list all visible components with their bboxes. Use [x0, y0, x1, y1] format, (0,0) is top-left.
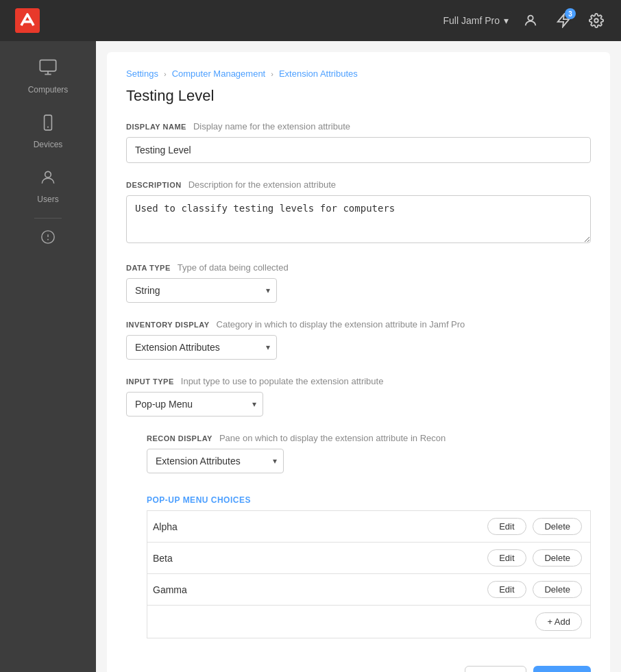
display-name-header: DISPLAY NAME Display name for the extens…	[126, 121, 591, 132]
sidebar-item-users[interactable]: Users	[0, 159, 96, 214]
app-logo[interactable]	[14, 7, 41, 34]
popup-choices-header: POP-UP MENU CHOICES	[147, 487, 591, 510]
display-name-section: DISPLAY NAME Display name for the extens…	[126, 121, 591, 163]
inventory-display-select-wrapper: Extension Attributes General Hardware Op…	[126, 335, 277, 360]
sidebar-item-computers[interactable]: Computers	[0, 48, 96, 104]
choice-row-gamma: Gamma Edit Delete	[147, 574, 591, 606]
cancel-button[interactable]: Cancel	[465, 666, 526, 672]
data-type-label: DATA TYPE	[126, 264, 171, 272]
breadcrumb-settings[interactable]: Settings	[126, 69, 158, 79]
choice-actions-gamma: Edit Delete	[278, 574, 590, 606]
recon-display-label: RECON DISPLAY	[147, 434, 212, 443]
description-header: DESCRIPTION Description for the extensio…	[126, 179, 591, 190]
notification-badge: 3	[565, 8, 576, 19]
choice-name-gamma: Gamma	[147, 574, 278, 606]
data-type-select-wrapper: String Integer Date ▾	[126, 278, 277, 303]
choice-row-beta: Beta Edit Delete	[147, 543, 591, 574]
description-hint: Description for the extension attribute	[188, 179, 336, 190]
choice-name-beta: Beta	[147, 543, 278, 574]
add-choice-button[interactable]: + Add	[535, 612, 582, 631]
recon-display-select-wrapper: Extension Attributes General Hardware Op…	[147, 449, 284, 473]
input-type-hint: Input type to use to populate the extens…	[181, 376, 384, 386]
inventory-display-section: INVENTORY DISPLAY Category in which to d…	[126, 319, 591, 360]
page-title: Testing Level	[126, 87, 591, 105]
recon-display-header: RECON DISPLAY Pane on which to display t…	[147, 433, 591, 443]
input-type-select[interactable]: Pop-up Menu Text Field Script	[126, 392, 263, 416]
svg-point-9	[45, 171, 51, 177]
choice-name-alpha: Alpha	[147, 511, 278, 543]
recon-display-hint: Pane on which to display the extension a…	[219, 433, 446, 443]
display-name-label: DISPLAY NAME	[126, 123, 186, 131]
delete-beta-button[interactable]: Delete	[533, 549, 582, 567]
data-type-header: DATA TYPE Type of data being collected	[126, 262, 591, 273]
product-label: Full Jamf Pro	[443, 15, 500, 26]
description-input[interactable]: Used to classify testing levels for comp…	[126, 195, 591, 243]
add-choice-cell: + Add	[147, 606, 591, 638]
edit-alpha-button[interactable]: Edit	[487, 518, 526, 535]
popup-choices-table: Alpha Edit Delete Beta Edit Delete	[147, 510, 591, 638]
inventory-display-select[interactable]: Extension Attributes General Hardware Op…	[126, 335, 277, 360]
computers-icon	[38, 58, 58, 81]
input-type-label: INPUT TYPE	[126, 377, 174, 386]
inventory-display-hint: Category in which to display the extensi…	[217, 319, 465, 329]
svg-point-3	[594, 18, 598, 23]
delete-alpha-button[interactable]: Delete	[533, 518, 582, 535]
input-type-select-wrapper: Pop-up Menu Text Field Script ▾	[126, 392, 263, 416]
nav-right: Full Jamf Pro ▾ 3	[443, 10, 607, 32]
main-layout: Computers Devices Users	[0, 41, 621, 672]
delete-gamma-button[interactable]: Delete	[533, 581, 582, 598]
display-name-input[interactable]	[126, 137, 591, 163]
display-name-hint: Display name for the extension attribute	[193, 121, 350, 132]
data-type-section: DATA TYPE Type of data being collected S…	[126, 262, 591, 303]
edit-beta-button[interactable]: Edit	[487, 549, 526, 567]
recon-display-select[interactable]: Extension Attributes General Hardware Op…	[147, 449, 284, 473]
input-type-header: INPUT TYPE Input type to use to populate…	[126, 376, 591, 386]
add-choice-row: + Add	[147, 606, 591, 638]
recon-display-section: RECON DISPLAY Pane on which to display t…	[147, 433, 591, 638]
choice-actions-beta: Edit Delete	[278, 543, 590, 574]
sidebar-item-devices[interactable]: Devices	[0, 104, 96, 159]
inventory-display-header: INVENTORY DISPLAY Category in which to d…	[126, 319, 591, 329]
nav-left	[14, 7, 41, 34]
user-icon-button[interactable]	[520, 10, 541, 32]
data-type-hint: Type of data being collected	[178, 262, 289, 273]
content-area: Settings › Computer Management › Extensi…	[96, 41, 621, 672]
choice-row-alpha: Alpha Edit Delete	[147, 511, 591, 543]
data-type-select[interactable]: String Integer Date	[126, 278, 277, 303]
breadcrumb: Settings › Computer Management › Extensi…	[126, 69, 591, 79]
input-type-section: INPUT TYPE Input type to use to populate…	[126, 376, 591, 416]
svg-point-1	[528, 16, 533, 21]
sidebar-item-users-label: Users	[37, 195, 58, 204]
breadcrumb-sep-1: ›	[164, 70, 167, 78]
save-button[interactable]: Save	[533, 666, 591, 672]
breadcrumb-sep-2: ›	[271, 70, 273, 78]
svg-rect-4	[40, 60, 56, 71]
top-navigation: Full Jamf Pro ▾ 3	[0, 0, 621, 41]
inventory-display-label: INVENTORY DISPLAY	[126, 321, 210, 329]
sidebar-info-icon[interactable]	[34, 223, 62, 255]
notifications-icon-button[interactable]: 3	[552, 10, 574, 32]
breadcrumb-computer-management[interactable]: Computer Management	[172, 69, 266, 79]
form-footer: Cancel Save	[126, 652, 591, 672]
choice-actions-alpha: Edit Delete	[278, 511, 590, 543]
product-dropdown-icon: ▾	[504, 15, 509, 26]
sidebar-item-devices-label: Devices	[34, 140, 63, 149]
sidebar-item-computers-label: Computers	[28, 85, 69, 95]
edit-gamma-button[interactable]: Edit	[487, 581, 526, 598]
sidebar: Computers Devices Users	[0, 41, 96, 672]
sidebar-divider	[34, 218, 62, 219]
page-wrapper: Settings › Computer Management › Extensi…	[107, 52, 610, 672]
devices-icon	[39, 114, 57, 136]
breadcrumb-extension-attributes[interactable]: Extension Attributes	[279, 69, 358, 79]
description-section: DESCRIPTION Description for the extensio…	[126, 179, 591, 246]
description-label: DESCRIPTION	[126, 181, 182, 189]
product-selector[interactable]: Full Jamf Pro ▾	[443, 15, 509, 26]
settings-icon-button[interactable]	[585, 10, 607, 32]
users-icon	[39, 169, 57, 190]
